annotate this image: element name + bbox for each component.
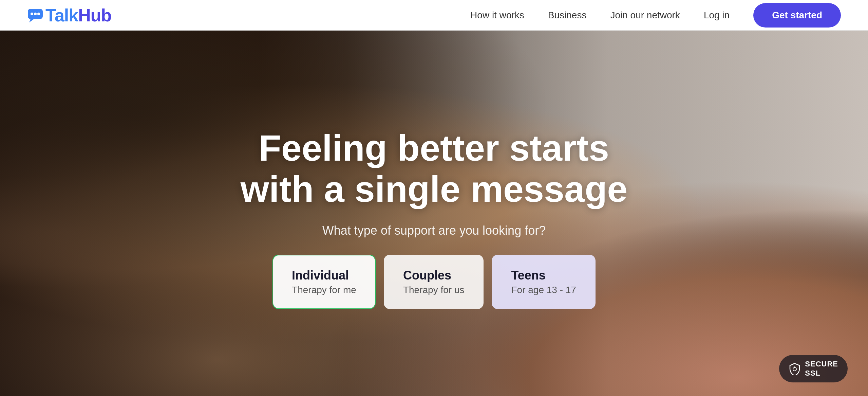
ssl-shield-icon (789, 363, 801, 375)
svg-point-5 (793, 367, 796, 371)
logo-chat-icon (27, 8, 43, 22)
svg-point-2 (31, 13, 33, 15)
individual-card-title: Individual (292, 268, 356, 283)
svg-point-4 (37, 13, 40, 15)
nav-link-join-network[interactable]: Join our network (610, 10, 680, 21)
ssl-badge: SECURE SSL (779, 355, 848, 382)
therapy-card-couples[interactable]: Couples Therapy for us (384, 255, 484, 309)
ssl-text: SECURE SSL (805, 360, 838, 378)
ssl-label-line2: SSL (805, 369, 838, 378)
ssl-label-line1: SECURE (805, 360, 838, 368)
logo-text-hub: Hub (78, 5, 111, 25)
nav-link-business[interactable]: Business (548, 10, 587, 21)
individual-card-subtitle: Therapy for me (292, 285, 356, 295)
logo-text-talk: Talk (45, 5, 78, 25)
svg-point-3 (34, 13, 37, 15)
therapy-card-teens[interactable]: Teens For age 13 - 17 (492, 255, 595, 309)
hero-title-line1: Feeling better starts (259, 127, 609, 168)
get-started-button[interactable]: Get started (753, 3, 841, 28)
therapy-cards-container: Individual Therapy for me Couples Therap… (272, 255, 596, 309)
nav-link-how-it-works[interactable]: How it works (470, 10, 524, 21)
svg-marker-1 (29, 19, 34, 22)
hero-section: Feeling better starts with a single mess… (0, 31, 868, 396)
couples-card-title: Couples (403, 268, 465, 283)
teens-card-subtitle: For age 13 - 17 (511, 285, 576, 295)
hero-title: Feeling better starts with a single mess… (241, 128, 627, 210)
teens-card-title: Teens (511, 268, 576, 283)
logo[interactable]: TalkHub (27, 5, 111, 25)
hero-title-line2: with a single message (241, 168, 627, 210)
couples-card-subtitle: Therapy for us (403, 285, 465, 295)
hero-content: Feeling better starts with a single mess… (0, 31, 868, 396)
hero-subtitle: What type of support are you looking for… (322, 223, 546, 238)
nav-links: How it works Business Join our network L… (470, 3, 841, 28)
therapy-card-individual[interactable]: Individual Therapy for me (272, 255, 376, 309)
navbar: TalkHub How it works Business Join our n… (0, 0, 868, 31)
nav-link-login[interactable]: Log in (704, 10, 730, 21)
